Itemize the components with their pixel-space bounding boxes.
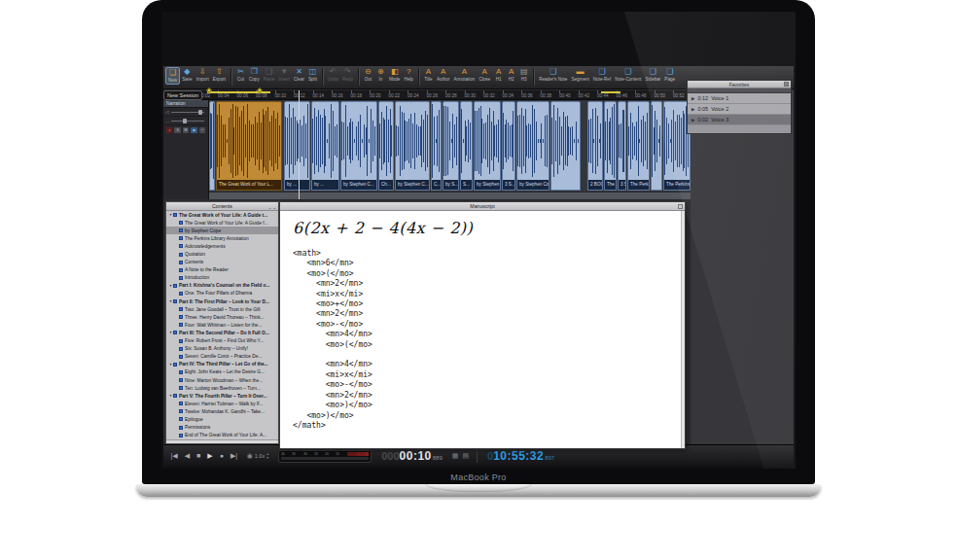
contents-item[interactable]: ▼Part I: Krishna's Counsel on the Field …	[166, 282, 278, 290]
speed-control[interactable]: ◉ 1.0x ▴▾	[247, 452, 269, 460]
toolbar-button-new[interactable]: ❏New	[165, 67, 180, 85]
step-back-button[interactable]: ◀	[181, 449, 193, 463]
favorite-item-voice-1[interactable]: ▶0:12Voice 1	[688, 93, 791, 104]
toolbar-button-split[interactable]: ◫Split	[306, 67, 319, 83]
contents-item[interactable]: End of The Great Work of Your Life: A...	[166, 432, 278, 439]
contents-item[interactable]: ▼Part V: The Fourth Pillar – Turn It Ove…	[166, 392, 278, 400]
contents-item[interactable]: Seven: Camille Corot – Practice De...	[166, 353, 278, 361]
audio-clip[interactable]: by Stephen C...	[395, 101, 430, 191]
audio-clip[interactable]: C...	[431, 101, 442, 191]
audio-clip[interactable]	[651, 101, 662, 191]
contents-item[interactable]: Two: Jane Goodall – Trust in the Gift	[166, 305, 278, 313]
toolbar-button-out[interactable]: ⊖Out	[362, 67, 374, 83]
contents-item[interactable]: Ten: Ludwig van Beethoven – Turn...	[166, 384, 278, 392]
toolbar-button-cut[interactable]: ✂Cut	[234, 67, 247, 83]
window-box-icon[interactable]	[678, 204, 683, 209]
pan-knob[interactable]	[183, 119, 187, 123]
toolbar-button-mode[interactable]: ◧Mode	[387, 67, 403, 83]
toolbar-button-help[interactable]: ?Help	[402, 67, 414, 83]
solo-button[interactable]: S	[174, 127, 180, 133]
toolbar-button-in[interactable]: ⊕In	[374, 67, 387, 83]
toolbar-button-paste[interactable]: ❑Paste	[262, 67, 277, 83]
toolbar-button-clear[interactable]: ✕Clear	[292, 67, 306, 83]
toolbar-button-title[interactable]: ATitle	[422, 67, 435, 83]
toolbar-button-undo[interactable]: ↶Undo	[326, 67, 340, 83]
toolbar-button-reader-s-note[interactable]: ❑Reader's Note	[537, 67, 569, 83]
toolbar-button-h1[interactable]: AH1	[492, 67, 505, 83]
audio-clip[interactable]: by ...	[311, 101, 339, 191]
contents-item[interactable]: Permissions	[166, 424, 278, 432]
toolbar-button-export[interactable]: ⇧Export	[211, 67, 228, 85]
toolbar-button-close[interactable]: AClose	[477, 67, 492, 83]
monitor-button[interactable]: ◆	[191, 127, 196, 133]
playhead[interactable]	[299, 90, 300, 199]
track-lane-2[interactable]	[209, 192, 691, 199]
grid-icon[interactable]: ▦	[452, 452, 459, 460]
audio-clip[interactable]: by S...	[443, 101, 459, 191]
contents-item[interactable]: One: The Four Pillars of Dharma	[166, 290, 278, 298]
play-button[interactable]: ▶	[204, 449, 216, 463]
close-icon[interactable]: ✕	[784, 82, 789, 87]
audio-clip[interactable]: by Stephen Cope	[516, 101, 549, 191]
audio-clip[interactable]: by ...	[284, 101, 310, 191]
contents-item[interactable]: by Stephen Cope	[166, 227, 278, 234]
waveform-area[interactable]: The Great Work of Your L...by ...by ...b…	[209, 100, 691, 199]
contents-item[interactable]: The Great Work of Your Life: A Guide f..…	[166, 219, 278, 227]
toolbar-button-redo[interactable]: ↷Redo	[340, 67, 355, 83]
toolbar-button-sidebar[interactable]: ❑Sidebar	[644, 67, 663, 83]
contents-item[interactable]: A Note to the Reader	[166, 266, 278, 274]
toolbar-button-annotation[interactable]: AAnnotation	[451, 67, 477, 83]
toolbar-button-note-content[interactable]: ❑Note-Content	[613, 67, 643, 83]
contents-item[interactable]: Twelve: Mohandas K. Gandhi – Take...	[166, 407, 278, 415]
contents-item[interactable]: Eight: John Keats – Let the Desire G...	[166, 368, 278, 376]
volume-slider[interactable]: ◁	[163, 108, 208, 117]
mute-button[interactable]: M	[183, 127, 189, 133]
contents-item[interactable]: Introduction	[166, 274, 278, 282]
toolbar-button-copy[interactable]: ❐Copy	[247, 67, 262, 83]
contents-item[interactable]: ▼The Great Work of Your Life: A Guide t.…	[166, 211, 278, 219]
audio-clip[interactable]: 3 Se...	[618, 101, 626, 191]
contents-item[interactable]: Eleven: Harriet Tubman – Walk by F...	[166, 400, 278, 407]
contents-item[interactable]: Three: Henry David Thoreau – Think...	[166, 313, 278, 321]
mathml-code[interactable]: <math> <mn>6</mn> <mo>(</mo> <mn>2</mn> …	[293, 249, 681, 431]
audio-clip[interactable]: 3 S...	[502, 101, 515, 191]
audio-clip[interactable]: by Stephen C...	[340, 101, 377, 191]
contents-item[interactable]: ▼Part III: The Second Pillar – Do It Ful…	[166, 329, 278, 336]
contents-item[interactable]: The Perkins Library Annotation	[166, 234, 278, 242]
audio-clip[interactable]	[550, 101, 581, 191]
contents-item[interactable]: Epilogue	[166, 415, 278, 423]
toolbar-button-segment[interactable]: ▬Segment	[569, 67, 590, 83]
contents-item[interactable]: Nine: Marion Woodman – When the...	[166, 376, 278, 384]
contents-item[interactable]: Quotation	[166, 250, 278, 258]
contents-hscrollbar[interactable]	[166, 439, 278, 443]
record-button[interactable]: ●	[216, 449, 227, 463]
audio-clip[interactable]: Ch...	[378, 101, 394, 191]
contents-item[interactable]: Six: Susan B. Anthony – Unify!	[166, 345, 278, 353]
contents-item[interactable]: Five: Robert Frost – Find Out Who Y...	[166, 337, 278, 345]
play-icon[interactable]: ▶	[691, 96, 694, 101]
toolbar-button-author[interactable]: AAuthor	[435, 67, 452, 83]
manuscript-body[interactable]: 6(2x + 2 − 4(4x − 2)) <math> <mn>6</mn> …	[280, 211, 681, 448]
range-marker[interactable]	[601, 91, 620, 93]
contents-item[interactable]: Contents	[166, 259, 278, 266]
toolbar-button-save[interactable]: ◆Save	[180, 67, 194, 85]
toolbar-button-note-ref[interactable]: ❑Note-Ref	[591, 67, 613, 83]
list-icon[interactable]: ▤	[462, 452, 469, 460]
contents-item[interactable]: ▼Part IV: The Third Pillar – Let Go of t…	[166, 361, 278, 368]
record-arm-button[interactable]: ●	[166, 127, 172, 133]
contents-item[interactable]: Acknowledgements	[166, 242, 278, 250]
manuscript-vscrollbar[interactable]	[681, 211, 685, 448]
go-to-end-button[interactable]: ▶|	[227, 449, 240, 463]
favorite-item-voice-2[interactable]: ▶0:05Voice 2	[688, 104, 791, 115]
toolbar-button-insert[interactable]: ▼Insert	[276, 67, 292, 83]
audio-clip[interactable]: The Perkins Libra...	[627, 101, 650, 191]
contents-item[interactable]: ▼Part II: The First Pillar – Look to You…	[166, 298, 278, 305]
toolbar-button-import[interactable]: ⇩Import	[195, 67, 211, 85]
pan-slider[interactable]: ↔	[163, 117, 208, 125]
speed-stepper-icon[interactable]: ▴▾	[266, 452, 268, 460]
audio-clip[interactable]: The Per...	[604, 101, 617, 191]
toolbar-button-page[interactable]: ❑Page	[662, 67, 677, 83]
contents-item[interactable]: Four: Walt Whitman – Listen for the...	[166, 321, 278, 329]
audio-clip[interactable]: by Stephen Cope	[474, 101, 501, 191]
play-icon[interactable]: ▶	[691, 118, 694, 122]
